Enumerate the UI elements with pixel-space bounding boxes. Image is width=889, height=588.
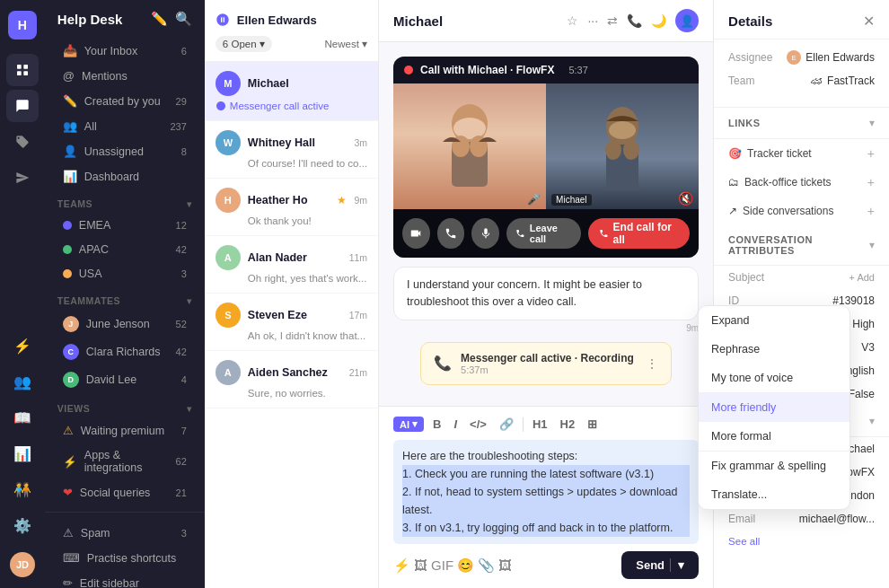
nav-all[interactable]: 👥 All 237 — [50, 114, 199, 138]
menu-rephrase[interactable]: Rephrase — [699, 335, 849, 364]
nav-team-emea[interactable]: EMEA 12 — [50, 214, 199, 237]
profile-icon[interactable]: 👤 — [675, 9, 699, 32]
teammates-chevron[interactable]: ▾ — [187, 296, 192, 306]
tracker-label: 🎯 Tracker ticket — [728, 147, 812, 160]
email-row: Email michael@flow... — [714, 507, 889, 531]
incoming-bubble: I understand your concern. It might be e… — [393, 267, 699, 320]
nav-view-premium[interactable]: ⚠ Waiting premium 7 — [50, 418, 199, 443]
nav-icon-users[interactable]: 👥 — [6, 365, 39, 398]
menu-grammar[interactable]: Fix grammar & spelling — [699, 452, 849, 480]
pencil-icon: ✏️ — [63, 94, 77, 108]
leave-call-btn[interactable]: Leave call — [506, 218, 581, 249]
nav-view-apps[interactable]: ⚡ Apps & integrations 62 — [50, 443, 199, 479]
menu-translate[interactable]: Translate... — [699, 480, 849, 509]
nav-mentions[interactable]: @ Mentions — [50, 64, 199, 88]
conv-item-michael[interactable]: M Michael Messenger call active — [205, 62, 378, 121]
code-btn[interactable]: </> — [466, 416, 490, 433]
nav-icon-tag[interactable] — [6, 126, 39, 158]
nav-team-apac[interactable]: APAC 42 — [50, 238, 199, 261]
nav-icon-book[interactable]: 📖 — [6, 401, 39, 434]
h1-btn[interactable]: H1 — [529, 416, 551, 433]
media-icon[interactable]: 🖼 — [498, 557, 512, 573]
nav-edit-sidebar[interactable]: ✏ Edit sidebar — [50, 571, 199, 588]
side-conv-add-btn[interactable]: + — [867, 204, 875, 218]
open-filter-btn[interactable]: 6 Open ▾ — [216, 36, 272, 52]
nav-view-social[interactable]: ❤ Social queries 21 — [50, 480, 199, 505]
phone-icon[interactable]: 📞 — [627, 13, 642, 28]
tracker-link-row[interactable]: 🎯 Tracker ticket + — [714, 139, 889, 168]
nav-unassigned[interactable]: 👤 Unassigned 8 — [50, 139, 199, 163]
tracker-add-btn[interactable]: + — [867, 146, 875, 161]
nav-icon-send[interactable] — [6, 162, 39, 194]
image-icon[interactable]: 🖼 — [414, 557, 427, 573]
link-btn[interactable]: 🔗 — [496, 416, 517, 433]
see-all-link[interactable]: See all — [714, 531, 889, 552]
lightning-icon[interactable]: ⚡ — [393, 557, 410, 574]
heather-star: ★ — [337, 194, 347, 206]
female-silhouette — [434, 92, 506, 200]
close-details-btn[interactable]: ✕ — [863, 13, 875, 30]
nav-icon-people[interactable]: 🧑‍🤝‍🧑 — [6, 473, 39, 505]
nav-spam[interactable]: ⚠ Spam 3 — [50, 521, 199, 545]
side-conv-link-row[interactable]: ↗ Side conversations + — [714, 197, 889, 225]
search-icon[interactable]: 🔍 — [175, 11, 192, 27]
editor-content[interactable]: Here are the troubleshooting steps: 1. C… — [393, 440, 699, 544]
bold-btn[interactable]: B — [429, 416, 444, 433]
sort-btn[interactable]: Newest ▾ — [325, 38, 368, 50]
backoffice-link-row[interactable]: 🗂 Back-office tickets + — [714, 168, 889, 197]
menu-expand[interactable]: Expand — [699, 306, 849, 335]
mic-btn[interactable] — [471, 218, 499, 249]
menu-formal[interactable]: More formal — [699, 422, 849, 451]
format-btn[interactable]: ⊞ — [584, 416, 601, 433]
backoffice-add-btn[interactable]: + — [867, 175, 875, 189]
spam-icon: ⚠ — [63, 526, 74, 540]
conv-item-steven[interactable]: S Steven Eze 17m Ah ok, I didn't know th… — [205, 294, 378, 351]
nav-created-by-you[interactable]: ✏️ Created by you 29 — [50, 89, 199, 113]
attachment-icon[interactable]: 📎 — [478, 557, 495, 574]
links-section-toggle[interactable]: LINKS ▾ — [714, 108, 889, 139]
alan-preview: Oh right, yes that's work... — [216, 273, 367, 284]
video-btn[interactable] — [402, 218, 430, 249]
italic-btn[interactable]: I — [450, 416, 461, 433]
subject-add-btn[interactable]: + Add — [849, 272, 875, 283]
nav-icon-inbox[interactable] — [6, 54, 39, 86]
conv-item-aiden[interactable]: A Aiden Sanchez 21m Sure, no worries. — [205, 351, 378, 408]
conv-item-alan[interactable]: A Alan Nader 11m Oh right, yes that's wo… — [205, 236, 378, 294]
transfer-icon[interactable]: ⇄ — [607, 13, 618, 28]
nav-dashboard[interactable]: 📊 Dashboard — [50, 164, 199, 189]
menu-tone[interactable]: My tone of voice — [699, 364, 849, 392]
more-icon[interactable]: ··· — [587, 13, 598, 28]
nav-team-usa[interactable]: USA 3 — [50, 262, 199, 285]
user-avatar[interactable]: JD — [10, 552, 35, 577]
nav-icon-messages[interactable] — [6, 90, 39, 122]
conv-item-whitney[interactable]: W Whitney Hall 3m Of course! I'll need t… — [205, 121, 378, 179]
conv-item-heather[interactable]: H Heather Ho ★ 9m Ok thank you! — [205, 179, 378, 236]
nav-teammate-david[interactable]: D David Lee 4 — [50, 366, 199, 393]
views-label: VIEWS — [57, 403, 90, 414]
menu-friendly[interactable]: More friendly — [699, 393, 849, 422]
conv-attrs-toggle[interactable]: CONVERSATION ATTRIBUTES ▾ — [714, 225, 889, 266]
nav-icon-settings[interactable]: ⚙️ — [6, 509, 39, 541]
h2-btn[interactable]: H2 — [557, 416, 579, 433]
nav-shortcuts[interactable]: ⌨ Practise shortcuts — [50, 546, 199, 570]
send-button[interactable]: Send ▾ — [621, 551, 699, 579]
moon-icon[interactable]: 🌙 — [651, 13, 666, 28]
nav-your-inbox[interactable]: 📥 Your Inbox 6 — [50, 39, 199, 63]
phone-toggle-btn[interactable] — [437, 218, 465, 249]
nav-teammate-clara[interactable]: C Clara Richards 42 — [50, 338, 199, 365]
teams-chevron[interactable]: ▾ — [187, 199, 192, 209]
nav-teammate-june[interactable]: J June Jenson 52 — [50, 311, 199, 338]
ai-badge[interactable]: AI ▾ — [393, 417, 424, 432]
edit-icon[interactable]: ✏️ — [151, 11, 168, 27]
tracker-text: Tracker ticket — [747, 147, 812, 160]
gif-icon[interactable]: GIF — [431, 557, 453, 573]
star-icon[interactable]: ☆ — [567, 13, 578, 28]
call-record-more-icon[interactable]: ⋮ — [646, 356, 658, 371]
end-call-btn[interactable]: End call for all — [588, 218, 690, 249]
views-chevron[interactable]: ▾ — [187, 404, 192, 414]
emoji-icon[interactable]: 😊 — [457, 557, 474, 574]
teams-header: TEAMS ▾ — [45, 189, 205, 213]
nav-icon-chart[interactable]: 📊 — [6, 437, 39, 470]
send-caret[interactable]: ▾ — [670, 558, 684, 572]
nav-icon-bolt[interactable]: ⚡ — [6, 329, 39, 362]
